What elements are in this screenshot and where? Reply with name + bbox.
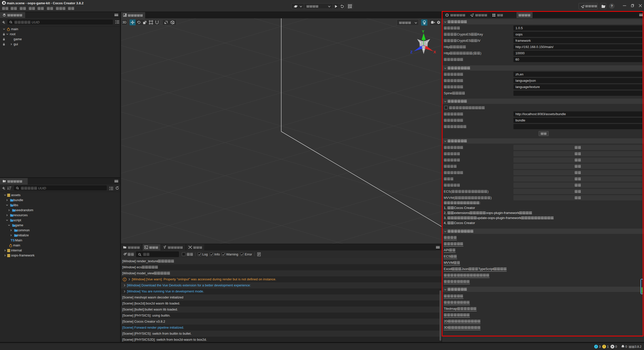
svg-text:Z: Z: [410, 50, 413, 54]
svg-text:Y: Y: [422, 29, 424, 33]
svg-text:X: X: [433, 50, 436, 54]
